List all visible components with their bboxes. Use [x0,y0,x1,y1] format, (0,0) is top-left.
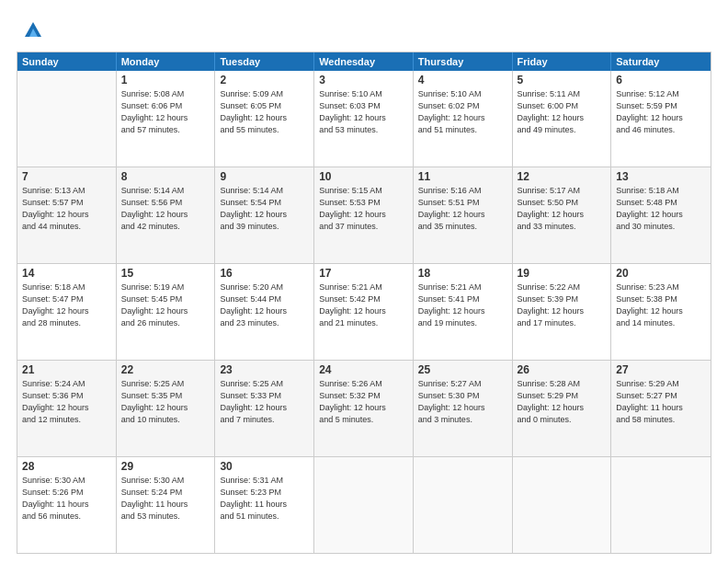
day-info: Sunrise: 5:21 AM Sunset: 5:41 PM Dayligh… [418,282,507,329]
day-number: 15 [121,267,210,280]
day-number: 5 [518,74,607,86]
calendar-cell-2-7: 13Sunrise: 5:18 AM Sunset: 5:48 PM Dayli… [611,167,711,263]
day-number: 12 [518,170,607,183]
calendar-cell-4-7: 27Sunrise: 5:29 AM Sunset: 5:27 PM Dayli… [611,361,711,456]
calendar-cell-2-5: 11Sunrise: 5:16 AM Sunset: 5:51 PM Dayli… [414,167,513,263]
calendar-cell-2-6: 12Sunrise: 5:17 AM Sunset: 5:50 PM Dayli… [513,167,612,263]
calendar-cell-4-1: 21Sunrise: 5:24 AM Sunset: 5:36 PM Dayli… [17,361,117,456]
day-info: Sunrise: 5:14 AM Sunset: 5:56 PM Dayligh… [121,185,210,233]
day-info: Sunrise: 5:25 AM Sunset: 5:35 PM Dayligh… [121,378,210,426]
calendar-cell-1-1 [17,71,117,167]
day-number: 8 [121,170,210,183]
calendar-cell-5-3: 30Sunrise: 5:31 AM Sunset: 5:23 PM Dayli… [215,457,314,553]
day-number: 6 [616,74,706,86]
calendar-cell-1-7: 6Sunrise: 5:12 AM Sunset: 5:59 PM Daylig… [611,71,711,167]
calendar-cell-5-5 [414,457,513,553]
day-number: 26 [518,363,607,376]
day-number: 27 [616,363,706,376]
calendar-cell-4-2: 22Sunrise: 5:25 AM Sunset: 5:35 PM Dayli… [117,361,216,456]
day-number: 19 [518,267,607,280]
calendar-cell-4-4: 24Sunrise: 5:26 AM Sunset: 5:32 PM Dayli… [314,361,414,456]
calendar-cell-4-5: 25Sunrise: 5:27 AM Sunset: 5:30 PM Dayli… [414,361,513,456]
calendar-row-1: 1Sunrise: 5:08 AM Sunset: 6:06 PM Daylig… [17,71,711,167]
calendar-cell-5-6 [513,457,612,553]
calendar-cell-2-3: 9Sunrise: 5:14 AM Sunset: 5:54 PM Daylig… [215,167,314,263]
day-info: Sunrise: 5:20 AM Sunset: 5:44 PM Dayligh… [220,282,309,329]
day-number: 24 [319,363,408,376]
calendar-cell-5-2: 29Sunrise: 5:30 AM Sunset: 5:24 PM Dayli… [117,457,216,553]
calendar-header: SundayMondayTuesdayWednesdayThursdayFrid… [17,52,711,71]
day-info: Sunrise: 5:27 AM Sunset: 5:30 PM Dayligh… [418,378,507,426]
calendar-cell-4-3: 23Sunrise: 5:25 AM Sunset: 5:33 PM Dayli… [215,361,314,456]
calendar-cell-1-2: 1Sunrise: 5:08 AM Sunset: 6:06 PM Daylig… [117,71,216,167]
day-number: 25 [418,363,507,376]
day-number: 3 [319,74,408,86]
calendar-body: 1Sunrise: 5:08 AM Sunset: 6:06 PM Daylig… [17,71,711,553]
day-number: 29 [121,460,210,473]
day-info: Sunrise: 5:30 AM Sunset: 5:24 PM Dayligh… [121,475,210,523]
day-info: Sunrise: 5:18 AM Sunset: 5:48 PM Dayligh… [616,185,706,233]
day-number: 4 [418,74,507,86]
calendar-cell-2-4: 10Sunrise: 5:15 AM Sunset: 5:53 PM Dayli… [314,167,414,263]
day-info: Sunrise: 5:24 AM Sunset: 5:36 PM Dayligh… [22,378,111,426]
calendar-row-2: 7Sunrise: 5:13 AM Sunset: 5:57 PM Daylig… [17,167,711,264]
day-info: Sunrise: 5:31 AM Sunset: 5:23 PM Dayligh… [220,475,309,523]
day-info: Sunrise: 5:29 AM Sunset: 5:27 PM Dayligh… [616,378,706,426]
day-info: Sunrise: 5:26 AM Sunset: 5:32 PM Dayligh… [319,378,408,426]
day-number: 9 [220,170,309,183]
day-number: 28 [22,460,111,473]
calendar-cell-3-1: 14Sunrise: 5:18 AM Sunset: 5:47 PM Dayli… [17,264,117,360]
day-info: Sunrise: 5:17 AM Sunset: 5:50 PM Dayligh… [518,185,607,233]
day-header-thursday: Thursday [414,52,513,71]
day-number: 21 [22,363,111,376]
calendar-cell-3-5: 18Sunrise: 5:21 AM Sunset: 5:41 PM Dayli… [414,264,513,360]
calendar-cell-4-6: 26Sunrise: 5:28 AM Sunset: 5:29 PM Dayli… [513,361,612,456]
calendar-row-3: 14Sunrise: 5:18 AM Sunset: 5:47 PM Dayli… [17,264,711,361]
day-number: 30 [220,460,309,473]
day-number: 22 [121,363,210,376]
day-number: 13 [616,170,706,183]
calendar-cell-2-2: 8Sunrise: 5:14 AM Sunset: 5:56 PM Daylig… [117,167,216,263]
day-number: 1 [121,74,210,86]
day-number: 18 [418,267,507,280]
day-header-saturday: Saturday [611,52,711,71]
day-info: Sunrise: 5:16 AM Sunset: 5:51 PM Dayligh… [418,185,507,233]
calendar-cell-1-4: 3Sunrise: 5:10 AM Sunset: 6:03 PM Daylig… [314,71,414,167]
day-header-friday: Friday [513,52,612,71]
day-info: Sunrise: 5:22 AM Sunset: 5:39 PM Dayligh… [518,282,607,329]
day-number: 2 [220,74,309,86]
calendar-cell-1-3: 2Sunrise: 5:09 AM Sunset: 6:05 PM Daylig… [215,71,314,167]
day-info: Sunrise: 5:10 AM Sunset: 6:02 PM Dayligh… [418,88,507,136]
day-number: 16 [220,267,309,280]
calendar: SundayMondayTuesdayWednesdayThursdayFrid… [17,52,711,554]
day-info: Sunrise: 5:30 AM Sunset: 5:26 PM Dayligh… [22,475,111,523]
calendar-cell-3-6: 19Sunrise: 5:22 AM Sunset: 5:39 PM Dayli… [513,264,612,360]
calendar-row-4: 21Sunrise: 5:24 AM Sunset: 5:36 PM Dayli… [17,361,711,457]
calendar-cell-5-1: 28Sunrise: 5:30 AM Sunset: 5:26 PM Dayli… [17,457,117,553]
day-info: Sunrise: 5:28 AM Sunset: 5:29 PM Dayligh… [518,378,607,426]
header [17,17,711,42]
calendar-cell-3-3: 16Sunrise: 5:20 AM Sunset: 5:44 PM Dayli… [215,264,314,360]
day-info: Sunrise: 5:23 AM Sunset: 5:38 PM Dayligh… [616,282,706,329]
day-info: Sunrise: 5:09 AM Sunset: 6:05 PM Dayligh… [220,88,309,136]
day-number: 17 [319,267,408,280]
day-header-monday: Monday [117,52,216,71]
calendar-cell-3-4: 17Sunrise: 5:21 AM Sunset: 5:42 PM Dayli… [314,264,414,360]
day-number: 7 [22,170,111,183]
day-info: Sunrise: 5:10 AM Sunset: 6:03 PM Dayligh… [319,88,408,136]
calendar-cell-3-2: 15Sunrise: 5:19 AM Sunset: 5:45 PM Dayli… [117,264,216,360]
day-info: Sunrise: 5:21 AM Sunset: 5:42 PM Dayligh… [319,282,408,329]
day-number: 11 [418,170,507,183]
logo-icon [20,17,46,42]
calendar-cell-1-5: 4Sunrise: 5:10 AM Sunset: 6:02 PM Daylig… [414,71,513,167]
day-info: Sunrise: 5:25 AM Sunset: 5:33 PM Dayligh… [220,378,309,426]
day-number: 20 [616,267,706,280]
day-header-wednesday: Wednesday [314,52,414,71]
day-info: Sunrise: 5:14 AM Sunset: 5:54 PM Dayligh… [220,185,309,233]
day-number: 23 [220,363,309,376]
logo [17,17,46,42]
day-info: Sunrise: 5:19 AM Sunset: 5:45 PM Dayligh… [121,282,210,329]
day-header-sunday: Sunday [17,52,117,71]
day-info: Sunrise: 5:12 AM Sunset: 5:59 PM Dayligh… [616,88,706,136]
calendar-cell-5-7 [611,457,711,553]
